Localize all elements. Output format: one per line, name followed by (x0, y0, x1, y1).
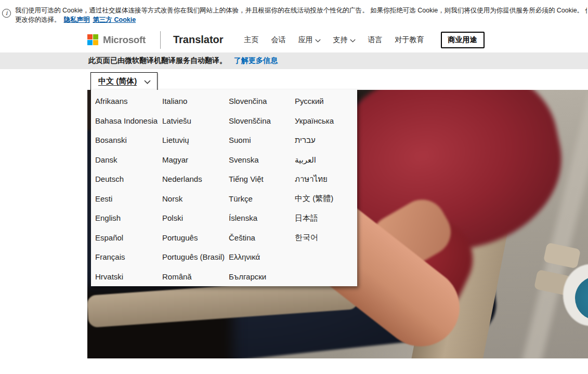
language-option[interactable]: ภาษาไทย (295, 169, 356, 189)
language-option[interactable]: Українська (295, 111, 356, 131)
nav-item[interactable]: 语言 (368, 35, 383, 45)
nav-item[interactable]: 会话 (271, 35, 286, 45)
cookie-banner: i 我们使用可选的 Cookie，通过社交媒体连接等方式改善你在我们网站上的体验… (0, 0, 588, 27)
language-option[interactable]: Dansk (95, 150, 162, 170)
language-option[interactable]: Lietuvių (162, 130, 229, 150)
logo-square-blue (87, 40, 93, 45)
microsoft-wordmark[interactable]: Microsoft (103, 34, 146, 46)
language-column: AfrikaansBahasa IndonesiaBosanskiDanskDe… (95, 91, 162, 286)
language-option[interactable]: Nederlands (162, 169, 229, 189)
language-option[interactable]: Türkçe (229, 189, 295, 209)
translation-notice-bar: 此页面已由微软翻译机翻译服务自动翻译。 了解更多信息 (0, 52, 588, 69)
language-option[interactable]: Deutsch (95, 169, 162, 189)
language-option[interactable]: Italiano (162, 91, 229, 111)
language-option[interactable]: Bahasa Indonesia (95, 111, 162, 131)
language-option[interactable]: English (95, 208, 162, 228)
language-option[interactable]: Polski (162, 208, 229, 228)
translation-notice-text: 此页面已由微软翻译机翻译服务自动翻译。 (88, 56, 227, 65)
language-option[interactable]: Suomi (229, 130, 295, 150)
language-option[interactable]: Français (95, 247, 162, 267)
language-option[interactable]: Íslenska (229, 208, 295, 228)
language-option[interactable]: Eesti (95, 189, 162, 209)
nav-item-label: 语言 (368, 35, 383, 45)
language-option[interactable]: Afrikaans (95, 91, 162, 111)
nav-item-label: 应用 (298, 35, 313, 45)
nav-item[interactable]: 支持 (333, 35, 356, 45)
learn-more-link[interactable]: 了解更多信息 (234, 56, 278, 65)
microsoft-logo-icon[interactable] (87, 34, 98, 45)
logo-square-green (93, 34, 98, 39)
nav-item-label: 会话 (271, 35, 286, 45)
nav-items: 主页会话应用支持语言对于教育 (238, 35, 430, 45)
nav-item-label: 支持 (333, 35, 348, 45)
nav-divider (160, 31, 161, 49)
language-option[interactable]: Hrvatski (95, 267, 162, 287)
cookie-message-line1: 我们使用可选的 Cookie，通过社交媒体连接等方式改善你在我们网站上的体验，并… (15, 6, 587, 15)
chevron-down-icon (350, 39, 356, 43)
top-navbar: Microsoft Translator 主页会话应用支持语言对于教育 商业用途 (0, 27, 588, 52)
privacy-statement-link[interactable]: 隐私声明 (64, 16, 90, 23)
language-option[interactable]: Ελληνικά (229, 247, 295, 267)
language-option[interactable]: עברית (295, 130, 356, 150)
logo-square-yellow (93, 40, 98, 45)
language-option[interactable]: Slovenščina (229, 111, 295, 131)
cookie-message: 我们使用可选的 Cookie，通过社交媒体连接等方式改善你在我们网站上的体验，并… (15, 4, 587, 24)
chevron-down-icon (315, 39, 321, 43)
language-option[interactable]: Magyar (162, 150, 229, 170)
language-option[interactable]: Español (95, 228, 162, 248)
language-option[interactable]: Português (Brasil) (162, 247, 229, 267)
language-option[interactable]: 한국어 (295, 228, 356, 248)
language-option[interactable]: العربية (295, 150, 356, 170)
language-option[interactable]: Slovenčina (229, 91, 295, 111)
selected-language-label: 中文 (简体) (98, 76, 137, 86)
language-option[interactable]: Latviešu (162, 111, 229, 131)
language-option[interactable]: Svenska (229, 150, 295, 170)
language-selector-button[interactable]: 中文 (简体) (90, 72, 158, 90)
third-party-cookie-link[interactable]: 第三方 Cookie (93, 16, 136, 23)
language-option[interactable]: Български (229, 267, 295, 287)
info-icon: i (2, 9, 11, 18)
nav-item-label: 主页 (244, 35, 259, 45)
cookie-message-line2: 更改你的选择。 (15, 16, 61, 23)
logo-square-red (87, 34, 93, 39)
nav-item[interactable]: 主页 (244, 35, 259, 45)
language-option[interactable]: Bosanski (95, 130, 162, 150)
language-option[interactable]: Norsk (162, 189, 229, 209)
language-option[interactable]: 中文 (繁體) (295, 189, 356, 209)
language-column: ItalianoLatviešuLietuviųMagyarNederlands… (162, 91, 229, 286)
language-option[interactable]: Português (162, 228, 229, 248)
translator-brand[interactable]: Translator (173, 34, 224, 46)
language-column: РусскийУкраїнськаעבריתالعربيةภาษาไทย中文 (… (295, 91, 356, 286)
language-column: SlovenčinaSlovenščinaSuomiSvenskaTiếng V… (229, 91, 295, 286)
language-option[interactable]: Română (162, 267, 229, 287)
language-option[interactable]: Čeština (229, 228, 295, 248)
language-option[interactable]: Tiếng Việt (229, 169, 295, 189)
chevron-down-icon (144, 80, 151, 84)
business-use-button[interactable]: 商业用途 (441, 32, 485, 48)
nav-item[interactable]: 应用 (298, 35, 321, 45)
nav-item[interactable]: 对于教育 (395, 35, 424, 45)
language-option[interactable]: Русский (295, 91, 356, 111)
language-dropdown-panel: AfrikaansBahasa IndonesiaBosanskiDanskDe… (91, 90, 357, 286)
nav-item-label: 对于教育 (395, 35, 424, 45)
language-option[interactable]: 日本語 (295, 209, 356, 229)
